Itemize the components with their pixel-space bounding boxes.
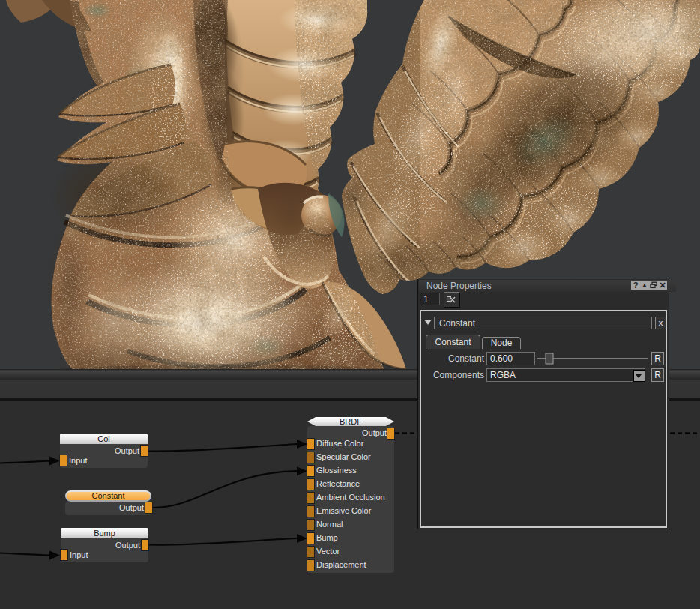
svg-text:BRDF: BRDF: [340, 417, 362, 426]
